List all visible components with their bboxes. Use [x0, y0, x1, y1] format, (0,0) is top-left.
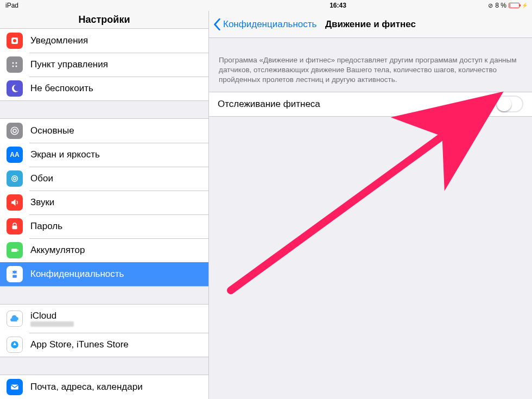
- sidebar-item-dnd[interactable]: Не беспокоить: [0, 77, 208, 100]
- toggle-knob: [497, 97, 511, 111]
- detail-pane: Конфиденциальность Движение и фитнес Про…: [209, 11, 532, 399]
- status-right: ⊘ 8 % ⚡: [463, 2, 528, 9]
- sidebar-item-display[interactable]: AA Экран и яркость: [0, 143, 208, 167]
- sidebar-item-passcode[interactable]: Пароль: [0, 214, 208, 238]
- control-center-icon: [7, 56, 23, 73]
- status-bar: iPad 16:43 ⊘ 8 % ⚡: [0, 0, 532, 11]
- annotation-arrow: [214, 90, 513, 307]
- back-button[interactable]: Конфиденциальность: [209, 18, 316, 30]
- general-icon: [7, 123, 23, 139]
- sidebar-item-label: Экран и яркость: [30, 149, 100, 160]
- svg-point-5: [16, 66, 17, 67]
- icloud-icon: [7, 311, 23, 327]
- icloud-account-redacted: [30, 321, 74, 327]
- fitness-tracking-label: Отслеживание фитнеса: [218, 99, 320, 110]
- back-label: Конфиденциальность: [223, 19, 316, 30]
- dnd-icon: [7, 80, 23, 97]
- chevron-left-icon: [213, 18, 221, 30]
- fitness-tracking-row: Отслеживание фитнеса: [209, 92, 532, 117]
- sidebar-item-wallpaper[interactable]: Обои: [0, 167, 208, 191]
- sidebar-item-label: Конфиденциальность: [30, 269, 124, 280]
- wallpaper-icon: [7, 170, 23, 187]
- appstore-icon: [7, 337, 23, 353]
- sidebar-item-label: iCloud: [30, 311, 74, 321]
- mail-icon: [7, 379, 23, 395]
- sidebar-item-label: Пароль: [30, 221, 62, 232]
- sidebar-item-sounds[interactable]: Звуки: [0, 191, 208, 214]
- passcode-icon: [7, 218, 23, 235]
- sidebar-item-mail[interactable]: Почта, адреса, календари: [0, 375, 208, 399]
- sidebar-title: Настройки: [0, 11, 208, 29]
- notifications-icon: [7, 33, 23, 49]
- display-icon: AA: [7, 147, 23, 163]
- sounds-icon: [7, 194, 23, 211]
- battery-icon: [509, 3, 520, 8]
- sidebar-item-notifications[interactable]: Уведомления: [0, 29, 208, 53]
- sidebar-item-label: Пункт управления: [30, 59, 108, 70]
- svg-point-1: [13, 39, 16, 42]
- svg-point-6: [12, 176, 18, 182]
- orientation-lock-icon: ⊘: [488, 2, 493, 9]
- status-time: 16:43: [213, 2, 463, 9]
- sidebar-item-control-center[interactable]: Пункт управления: [0, 53, 208, 77]
- battery-percent: 8 %: [495, 2, 506, 9]
- svg-point-7: [14, 178, 16, 180]
- svg-point-2: [12, 62, 14, 64]
- battery-settings-icon: [7, 242, 23, 258]
- svg-rect-9: [11, 249, 17, 252]
- charging-icon: ⚡: [522, 3, 528, 8]
- privacy-icon: [7, 266, 23, 282]
- sidebar-item-privacy[interactable]: Конфиденциальность: [0, 262, 208, 286]
- sidebar-item-label: Аккумулятор: [30, 245, 85, 256]
- status-device: iPad: [4, 2, 213, 9]
- sidebar-item-label: Основные: [30, 125, 74, 136]
- sidebar-item-icloud[interactable]: iCloud: [0, 305, 208, 333]
- sidebar-item-label: Уведомления: [30, 35, 88, 46]
- sidebar-item-label: Звуки: [30, 197, 54, 208]
- svg-rect-11: [12, 275, 17, 278]
- settings-sidebar: Настройки Уведомления Пункт управления Н…: [0, 11, 209, 399]
- svg-point-3: [16, 62, 17, 64]
- sidebar-item-appstore[interactable]: App Store, iTunes Store: [0, 333, 208, 357]
- svg-point-4: [12, 66, 14, 67]
- sidebar-item-label: Не беспокоить: [30, 83, 93, 94]
- sidebar-item-label: Почта, адреса, календари: [30, 382, 143, 392]
- sidebar-item-label: Обои: [30, 173, 53, 184]
- sidebar-item-general[interactable]: Основные: [0, 119, 208, 143]
- svg-rect-10: [17, 250, 18, 251]
- sidebar-item-label: App Store, iTunes Store: [30, 339, 129, 350]
- svg-rect-8: [12, 226, 17, 230]
- section-description: Программа «Движение и фитнес» предоставл…: [209, 38, 532, 92]
- detail-header: Конфиденциальность Движение и фитнес: [209, 11, 532, 38]
- sidebar-item-battery[interactable]: Аккумулятор: [0, 238, 208, 262]
- fitness-tracking-toggle[interactable]: [496, 96, 523, 112]
- svg-line-14: [231, 100, 491, 290]
